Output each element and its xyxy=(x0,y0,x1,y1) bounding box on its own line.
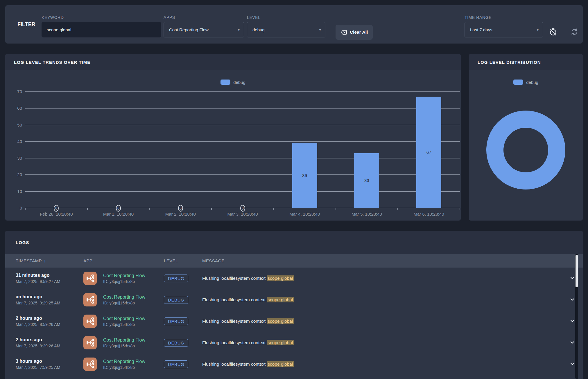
zero-value-marker: 0 xyxy=(178,205,183,212)
gridline xyxy=(25,91,460,92)
logs-panel-title: LOGS xyxy=(16,240,29,245)
refresh-button[interactable] xyxy=(569,27,579,37)
gridline xyxy=(25,191,460,192)
app-id: ID: y3qujj15rhx8b xyxy=(103,344,145,348)
level-select[interactable]: debug ▾ xyxy=(247,22,325,37)
chevron-down-icon xyxy=(569,278,576,282)
table-row[interactable]: 2 hours ago Mar 7, 2025, 8:59:26 AM Cost… xyxy=(5,311,583,332)
y-tick-label: 10 xyxy=(5,189,22,194)
trends-panel-title: LOG LEVEL TRENDS OVER TIME xyxy=(14,60,90,65)
logs-scrollbar-thumb[interactable] xyxy=(576,255,578,287)
y-tick-label: 40 xyxy=(5,139,22,144)
message-text: Flushing localfilesystem context xyxy=(202,297,267,302)
distribution-panel-title: LOG LEVEL DISTRIBUTION xyxy=(478,60,541,65)
logs-panel: LOGS TIMESTAMP↓ APP LEVEL MESSAGE 31 min… xyxy=(5,231,583,379)
table-row[interactable]: 3 hours ago Mar 7, 2025, 7:59:25 AM Cost… xyxy=(5,353,583,375)
level-badge: DEBUG xyxy=(164,317,188,325)
level-cell: DEBUG xyxy=(164,296,202,304)
y-tick-label: 50 xyxy=(5,122,22,127)
flow-app-icon xyxy=(83,293,97,306)
absolute-time: Mar 7, 2025, 8:59:26 AM xyxy=(16,322,83,327)
message-keyword-highlight: scope global xyxy=(267,297,294,302)
apps-select[interactable]: Cost Reporting Flow ▾ xyxy=(164,22,244,37)
absolute-time: Mar 7, 2025, 9:59:27 AM xyxy=(16,279,83,284)
column-header-level: LEVEL xyxy=(164,258,202,263)
logs-panel-header: LOGS xyxy=(5,231,583,254)
logs-table-header: TIMESTAMP↓ APP LEVEL MESSAGE xyxy=(5,254,583,268)
distribution-legend[interactable]: debug xyxy=(469,80,583,85)
apps-label: APPS xyxy=(164,15,175,20)
time-range-selected-value: Last 7 days xyxy=(470,27,492,32)
y-tick-label: 0 xyxy=(5,205,22,210)
app-cell: Cost Reporting Flow ID: y3qujj15rhx8b xyxy=(83,358,164,371)
x-tick xyxy=(273,208,274,210)
chevron-down-icon xyxy=(569,321,576,325)
apps-selected-value: Cost Reporting Flow xyxy=(169,27,209,32)
x-tick xyxy=(336,208,336,210)
expand-row-button[interactable] xyxy=(569,360,576,368)
timestamp-cell: an hour ago Mar 7, 2025, 9:29:25 AM xyxy=(16,294,83,305)
message-cell: Flushing localfilesystem context scope g… xyxy=(202,340,562,345)
app-id: ID: y3qujj15rhx8b xyxy=(103,301,145,305)
keyword-input[interactable] xyxy=(42,22,161,37)
flow-app-icon xyxy=(83,315,97,328)
table-row[interactable]: 31 minutes ago Mar 7, 2025, 9:59:27 AM C… xyxy=(5,268,583,289)
x-tick xyxy=(149,208,150,210)
level-badge: DEBUG xyxy=(164,296,188,304)
chevron-down-icon xyxy=(569,299,576,304)
column-header-timestamp[interactable]: TIMESTAMP↓ xyxy=(16,258,83,264)
level-cell: DEBUG xyxy=(164,339,202,347)
zero-value-marker: 0 xyxy=(116,205,121,212)
sort-descending-icon: ↓ xyxy=(44,258,46,263)
relative-time: 31 minutes ago xyxy=(16,273,83,278)
expand-row-button[interactable] xyxy=(569,296,576,304)
message-keyword-highlight: scope global xyxy=(267,275,294,281)
chevron-down-icon xyxy=(569,364,576,368)
clear-all-button[interactable]: Clear All xyxy=(336,25,373,40)
x-tick xyxy=(87,208,88,210)
x-tick-label: Mar 1, 10:28:40 xyxy=(87,212,150,216)
y-tick-label: 20 xyxy=(5,172,22,177)
x-tick-label: Mar 4, 10:28:40 xyxy=(274,212,336,216)
x-tick-label: Mar 3, 10:28:40 xyxy=(211,212,274,216)
expand-row-button[interactable] xyxy=(569,275,576,282)
expand-row-button[interactable] xyxy=(569,317,576,325)
level-selected-value: debug xyxy=(252,27,265,32)
message-keyword-highlight: scope global xyxy=(267,361,294,367)
filter-bar: FILTER KEYWORD APPS Cost Reporting Flow … xyxy=(5,5,583,44)
message-text: Flushing localfilesystem context xyxy=(202,319,267,324)
x-tick-label: Feb 28, 10:28:40 xyxy=(25,212,87,216)
timestamp-cell: 2 hours ago Mar 7, 2025, 8:59:26 AM xyxy=(16,316,83,327)
time-range-select[interactable]: Last 7 days ▾ xyxy=(465,22,543,37)
app-name-link[interactable]: Cost Reporting Flow xyxy=(103,316,145,321)
relative-time: 2 hours ago xyxy=(16,337,83,342)
bar-value-label: 67 xyxy=(416,150,441,155)
y-tick-label: 30 xyxy=(5,156,22,160)
app-id: ID: y3qujj15rhx8b xyxy=(103,365,145,370)
trends-panel-header: LOG LEVEL TRENDS OVER TIME xyxy=(5,54,461,70)
table-row[interactable]: an hour ago Mar 7, 2025, 9:29:25 AM Cost… xyxy=(5,289,583,311)
table-row[interactable]: 2 hours ago Mar 7, 2025, 8:29:26 AM Cost… xyxy=(5,332,583,353)
app-name-link[interactable]: Cost Reporting Flow xyxy=(103,359,145,364)
message-text: Flushing localfilesystem context xyxy=(202,276,267,281)
relative-time: 3 hours ago xyxy=(16,359,83,364)
legend-label-debug: debug xyxy=(526,80,538,85)
app-name-link[interactable]: Cost Reporting Flow xyxy=(103,273,145,278)
flow-app-icon xyxy=(83,336,97,349)
x-tick xyxy=(25,208,26,210)
expand-row-button[interactable] xyxy=(569,339,576,347)
chevron-down-icon: ▾ xyxy=(319,28,321,32)
app-name-link[interactable]: Cost Reporting Flow xyxy=(103,295,145,300)
level-badge: DEBUG xyxy=(164,360,188,368)
app-name-link[interactable]: Cost Reporting Flow xyxy=(103,338,145,343)
timer-off-icon xyxy=(549,33,557,37)
absolute-time: Mar 7, 2025, 9:29:25 AM xyxy=(16,301,83,305)
timestamp-cell: 31 minutes ago Mar 7, 2025, 9:59:27 AM xyxy=(16,273,83,284)
backspace-icon xyxy=(340,29,347,36)
relative-time: 2 hours ago xyxy=(16,316,83,321)
timer-off-button[interactable] xyxy=(548,27,558,37)
refresh-icon xyxy=(570,33,579,37)
logs-scrollbar[interactable] xyxy=(575,254,578,379)
level-cell: DEBUG xyxy=(164,317,202,325)
gridline xyxy=(25,158,460,158)
